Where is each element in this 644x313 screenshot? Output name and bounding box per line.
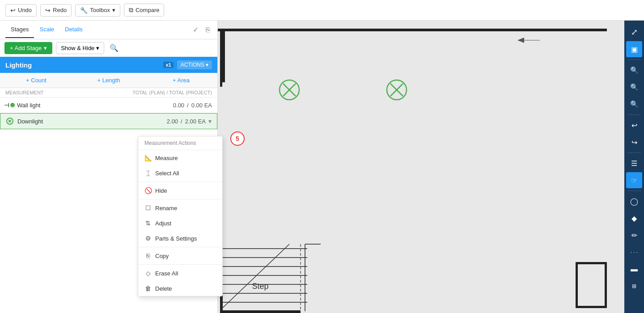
tab-details[interactable]: Details [59,21,88,38]
x1-badge: x1 [163,62,173,68]
fit-button[interactable]: 🔍 [626,96,642,112]
measure-label: Measure [155,155,178,161]
search-button[interactable]: 🔍 [108,42,120,54]
toolbox-label: Toolbox [90,7,110,13]
downlight-values: 2.00 / 2.00 EA ▾ [167,118,212,125]
stage-title: Lighting [5,61,32,69]
toolbox-button[interactable]: 🔧 Toolbox ▾ [75,4,120,17]
downlight-name: Downlight [17,118,167,125]
show-hide-label: Show & Hide [61,45,94,51]
adjust-label: Adjust [155,220,171,227]
tab-save-icon[interactable]: ⎘ [204,24,212,36]
copy-icon: ⎘ [144,252,152,259]
divider-toolbar-2 [627,114,641,115]
svg-rect-6 [220,29,222,51]
undo-button[interactable]: ↩ Undo [5,4,37,17]
eraser-icon: ◆ [631,214,637,223]
wall-light-val1: 0.00 [173,102,184,109]
select-all-icon: ⌶ [144,169,152,177]
grid-icon: ⊞ [632,283,636,289]
delete-icon: 🗑 [144,285,152,292]
fullscreen-icon: ⤢ [631,27,638,37]
compare-label: Compare [136,7,159,13]
measurement-row-wall-light[interactable]: ⊣ Wall light 0.00 / 0.00 EA [0,97,217,113]
pointer-icon: ☞ [631,176,637,185]
context-menu-rename[interactable]: ☐ Rename [138,200,222,216]
erase-icon: ◯ [630,197,638,206]
context-menu-adjust[interactable]: ⇅ Adjust [138,216,222,231]
zoom-in-icon: 🔍 [630,83,639,91]
pencil-button[interactable]: ✏ [626,227,642,243]
area-button[interactable]: + Area [145,73,217,88]
context-menu-hide[interactable]: 🚫 Hide [138,183,222,198]
zoom-out-button[interactable]: 🔍 [626,62,642,78]
main-area: Stages Scale Details ✓ ⎘ + Add Stage ▾ S… [0,21,644,313]
stage-header: Lighting x1 ACTIONS ▾ [0,57,217,73]
divider-1 [138,182,222,182]
fit-icon: 🔍 [630,100,639,108]
pointer-button[interactable]: ☞ [626,172,642,188]
context-menu-measure[interactable]: 📐 Measure [138,150,222,165]
fullscreen-button[interactable]: ⤢ [626,24,642,40]
left-panel: Stages Scale Details ✓ ⎘ + Add Stage ▾ S… [0,21,218,313]
parts-settings-label: Parts & Settings [155,235,197,242]
step-badge: 5 [230,131,245,146]
count-button[interactable]: + Count [0,73,72,88]
list-view-icon: ☰ [631,159,637,168]
panel-toggle-icon: ▣ [631,45,638,54]
svg-rect-0 [218,21,624,313]
context-menu-parts-settings[interactable]: ⚙ Parts & Settings [138,231,222,246]
redo-rt-icon: ↪ [631,138,637,147]
erase-button[interactable]: ◯ [626,193,642,209]
redo-label: Redo [53,7,67,13]
undo-rt-button[interactable]: ↩ [626,117,642,133]
show-hide-button[interactable]: Show & Hide ▾ [56,42,104,54]
add-stage-button[interactable]: + Add Stage ▾ [4,42,52,54]
divider-toolbar-3 [627,152,641,153]
wall-light-name: Wall light [17,102,173,109]
redo-rt-button[interactable]: ↪ [626,134,642,150]
list-view-button[interactable]: ☰ [626,155,642,171]
context-menu-copy[interactable]: ⎘ Copy [138,248,222,263]
stage-header-right: x1 ACTIONS ▾ [163,60,212,69]
parts-settings-icon: ⚙ [144,235,152,242]
tab-stages[interactable]: Stages [5,21,34,38]
panel-toggle-button[interactable]: ▣ [626,41,642,57]
wall-light-values: 0.00 / 0.00 EA [173,102,212,109]
context-menu-select-all[interactable]: ⌶ Select All [138,165,222,181]
ruler-button[interactable]: ▬ [626,261,642,277]
divider-toolbar-4 [627,190,641,191]
canvas-area[interactable]: Step 5 [218,21,624,313]
ruler-icon: ▬ [631,265,638,273]
downlight-val1: 2.00 [167,118,178,125]
length-button[interactable]: + Length [72,73,145,88]
eraser-button[interactable]: ◆ [626,210,642,226]
copy-label: Copy [155,253,169,259]
tab-scale[interactable]: Scale [34,21,59,38]
show-hide-dropdown-icon: ▾ [96,45,99,51]
divider-3 [138,247,222,247]
dotted-button[interactable]: · · · [626,244,642,260]
compare-button[interactable]: ⧉ Compare [124,4,164,17]
actions-button[interactable]: ACTIONS ▾ [177,60,212,69]
col-measurement-header: MEASUREMENT [5,90,132,95]
erase-all-icon: ◇ [144,270,152,277]
zoom-in-button[interactable]: 🔍 [626,79,642,95]
right-toolbar: ⤢ ▣ 🔍 🔍 🔍 ↩ ↪ ☰ ☞ ◯ [624,21,644,313]
redo-button[interactable]: ↪ Redo [40,4,72,17]
divider-toolbar-1 [627,59,641,60]
toolbox-dropdown-icon: ▾ [112,7,115,13]
column-headers: MEASUREMENT TOTAL (PLAN) / TOTAL (PROJEC… [0,88,217,97]
tabs-bar: Stages Scale Details ✓ ⎘ [0,21,217,39]
step-badge-number: 5 [236,135,239,142]
panel-header: + Add Stage ▾ Show & Hide ▾ 🔍 [0,39,217,57]
hide-icon: 🚫 [144,187,152,194]
grid-button[interactable]: ⊞ [626,278,642,294]
svg-rect-5 [220,29,247,31]
measurement-row-downlight[interactable]: Downlight 2.00 / 2.00 EA ▾ [0,113,217,129]
downlight-dropdown-button[interactable]: ▾ [208,118,212,125]
context-menu-delete[interactable]: 🗑 Delete [138,281,222,296]
tab-check-icon[interactable]: ✓ [191,24,200,36]
erase-all-label: Erase All [155,270,178,277]
context-menu-erase-all[interactable]: ◇ Erase All [138,266,222,281]
